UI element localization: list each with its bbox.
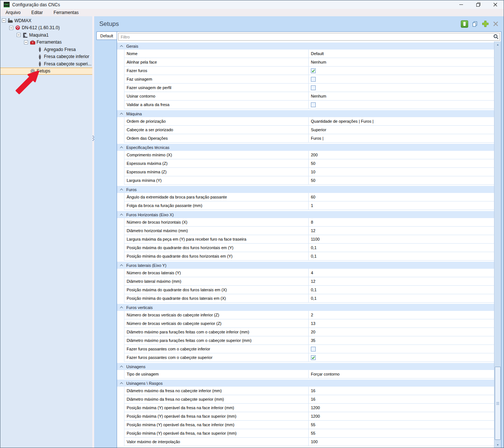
section-header-furos-laterais-eixo-y[interactable]: Furos laterais (Eixo Y): [117, 262, 494, 269]
scroll-up-button[interactable]: ▲: [494, 41, 501, 48]
row-value: 20: [309, 328, 494, 336]
row-value: 4: [309, 269, 494, 277]
grid-row-posi-o-m-nima-do-quadrante-dos-furos-laterais-em-x[interactable]: Posição mínima do quadrante dos furos la…: [124, 294, 494, 303]
grid-row-di-metro-m-ximo-para-fura-es-feitas-com-o-cabe-ote-inferior-mm[interactable]: Diâmetro máximo para furações feitas com…: [124, 328, 494, 336]
maximize-button[interactable]: [470, 0, 487, 9]
tree-item-ferramentas[interactable]: Ferramentas: [0, 39, 92, 46]
menu-ferramentas[interactable]: Ferramentas: [54, 10, 79, 15]
grid-row-cabe-ote-a-ser-priorizado[interactable]: Cabeçote a ser priorizadoSuperior: [124, 126, 494, 134]
checkbox-unchecked[interactable]: [311, 102, 316, 107]
grid-row-comprimento-m-nimo-x[interactable]: Comprimento mínimo (X)200: [124, 151, 494, 159]
collapse-expander-icon[interactable]: [9, 26, 13, 30]
section-header-furos[interactable]: Furos: [117, 186, 494, 193]
grid-row-usinar-contorno[interactable]: Usinar contornoNenhum: [124, 92, 494, 101]
grid-row-di-metro-m-ximo-da-fresa-no-cabe-ote-superior-mm[interactable]: Diâmetro máximo da fresa no cabeçote sup…: [124, 395, 494, 404]
row-label: Posição máxima (Y) operável da fresa na …: [124, 404, 309, 412]
grid-row-alinhar-pela-face[interactable]: Alinhar pela faceNenhum: [124, 58, 494, 67]
section-header-usinagens-rasgos[interactable]: Usinagens \ Rasgos: [117, 380, 494, 387]
close-button[interactable]: [487, 0, 504, 9]
copy-button[interactable]: [471, 20, 479, 28]
grid-row-largura-m-nima-y[interactable]: Largura mínima (Y)50: [124, 176, 494, 185]
grid-row-n-mero-de-brocas-verticais-do-cabe-ote-inferior-z[interactable]: Número de brocas verticais do cabeçote i…: [124, 311, 494, 319]
content-box: GeraisNomeDefaultAlinhar pela faceNenhum…: [117, 31, 501, 448]
grid-row-di-metro-m-ximo-para-fura-es-feitas-com-o-cabe-ote-superior-mm[interactable]: Diâmetro máximo para furações feitas com…: [124, 336, 494, 345]
minimize-button[interactable]: [453, 0, 470, 9]
row-value: 2: [309, 311, 494, 319]
grid-row-fazer-usinagem-de-perfil[interactable]: Fazer usinagem de perfil: [124, 84, 494, 92]
grid-row-posi-o-m-xima-do-quadrante-dos-furos-laterais-em-x[interactable]: Posição máxima do quadrante dos furos la…: [124, 286, 494, 294]
tree-item-wdmax[interactable]: WDMAX: [0, 17, 92, 24]
section-header-especifica-es-t-cnicas[interactable]: Especificações técnicas: [117, 144, 494, 151]
tree-item-maquina1[interactable]: Maquina1: [0, 31, 92, 39]
grid-row-n-mero-de-brocas-laterais-y[interactable]: Número de brocas laterais (Y)4: [124, 269, 494, 277]
value-text: 1: [311, 203, 313, 208]
tree-item-setups[interactable]: Setups: [0, 68, 92, 75]
section-header-gerais[interactable]: Gerais: [117, 43, 494, 50]
grid-row-n-mero-de-brocas-verticais-do-cabe-ote-superior-z[interactable]: Número de brocas verticais do cabeçote s…: [124, 319, 494, 328]
scroll-down-button[interactable]: ▼: [494, 442, 501, 448]
grid-row-posi-o-m-nima-y-oper-vel-da-fresa-na-face-inferior-mm[interactable]: Posição mínima (Y) operável da fresa, na…: [124, 421, 494, 429]
row-value: Furos |: [309, 134, 494, 142]
state-button[interactable]: [461, 20, 468, 28]
scrollbar-thumb[interactable]: [495, 367, 501, 440]
tree-item-dn-612-1-60-31-0[interactable]: DN-612 (1.60.31.0): [0, 24, 92, 32]
grid-row-di-metro-horizontal-m-ximo-mm[interactable]: Diâmetro horizontal máximo (mm)12: [124, 227, 494, 235]
checkbox-checked[interactable]: [311, 68, 316, 73]
close-panel-button[interactable]: [492, 20, 499, 28]
grid-row-di-metro-lateral-m-ximo-mm[interactable]: Diâmetro lateral máximo (mm)12: [124, 277, 494, 286]
grid-row-posi-o-m-xima-y-oper-vel-da-fresa-na-face-superior-mm[interactable]: Posição máxima (Y) operável da fresa na …: [124, 412, 494, 421]
section-header-furos-verticais[interactable]: Furos verticais: [117, 304, 494, 311]
filter-input[interactable]: [119, 35, 492, 39]
grid-row-fazer-furos-passantes-com-o-cabe-ote-inferior[interactable]: Fazer furos passantes com o cabeçote inf…: [124, 345, 494, 353]
row-value: 13: [309, 319, 494, 327]
collapse-expander-icon[interactable]: [17, 33, 21, 37]
grid-row-nome[interactable]: NomeDefault: [124, 50, 494, 58]
section-rows: Tipo de usinagemForçar contorno: [124, 370, 494, 379]
grid-row-fazer-furos-passantes-com-o-cabe-ote-superior[interactable]: Fazer furos passantes com o cabeçote sup…: [124, 353, 494, 362]
grid-row-folga-da-broca-na-fura-o-passante-mm[interactable]: Folga da broca na furação passante (mm)1: [124, 201, 494, 210]
grid-row-posi-o-m-xima-y-oper-vel-da-fresa-na-face-inferior-mm[interactable]: Posição máxima (Y) operável da fresa na …: [124, 404, 494, 412]
add-button[interactable]: [481, 20, 489, 28]
grid-row-espessura-m-xima-z[interactable]: Espessura máxima (Z)50: [124, 159, 494, 168]
vertical-scrollbar[interactable]: ▲ ▼: [494, 41, 501, 448]
menu-editar[interactable]: Editar: [31, 10, 43, 15]
section-header-usinagens[interactable]: Usinagens: [117, 363, 494, 370]
collapse-expander-icon[interactable]: [2, 18, 6, 23]
row-label: Posição mínima do quadrante dos furos ho…: [124, 252, 309, 260]
grid-row-posi-o-m-nima-do-quadrante-dos-furos-horizontais-em-y[interactable]: Posição mínima do quadrante dos furos ho…: [124, 252, 494, 261]
grid-row-valor-m-ximo-de-interpola-o[interactable]: Valor máximo de interpolação100: [124, 438, 494, 446]
grid-row-ngulo-da-extremidade-da-broca-para-fura-o-passante[interactable]: Ângulo da extremidade da broca para fura…: [124, 193, 494, 201]
close-icon: [493, 3, 497, 7]
collapse-expander-icon[interactable]: [24, 40, 28, 44]
grid-row-ordem-de-prioriza-o[interactable]: Ordem de priorizaçãoQuantidade de operaç…: [124, 117, 494, 126]
menu-arquivo[interactable]: Arquivo: [6, 10, 21, 15]
section-header-m-quina[interactable]: Máquina: [117, 110, 494, 117]
grid-row-ordem-das-opera-es[interactable]: Ordem das OperaçõesFuros |: [124, 134, 494, 143]
grid-row-validar-a-altura-da-fresa[interactable]: Validar a altura da fresa: [124, 101, 494, 109]
tree-item-label: Maquina1: [29, 33, 49, 38]
checkbox-unchecked[interactable]: [311, 85, 316, 90]
grid-row-largura-m-xima-da-pe-a-em-y-para-receber-furo-na-face-traseira[interactable]: Largura máxima da peça em (Y) para receb…: [124, 235, 494, 244]
grid-row-posi-o-m-nima-y-oper-vel-da-fresa-na-face-superior-mm[interactable]: Posição mínima (Y) operável da fresa, na…: [124, 429, 494, 438]
grid-row-tipo-de-usinagem[interactable]: Tipo de usinagemForçar contorno: [124, 370, 494, 379]
grid-row-faz-usinagem[interactable]: Faz usinagem: [124, 75, 494, 84]
tree-item-fresa-cabe-ote-superi[interactable]: Fresa cabeçote superi...: [0, 60, 92, 68]
row-value: 35: [309, 336, 494, 345]
grid-row-posi-o-m-xima-do-quadrante-dos-furos-horizontais-em-y[interactable]: Posição máxima do quadrante dos furos ho…: [124, 244, 494, 252]
section-header-furos-horizontais-eixo-x[interactable]: Furos Horizontais (Eixo X): [117, 211, 494, 218]
checkbox-checked[interactable]: [311, 355, 316, 360]
checkbox-unchecked[interactable]: [311, 347, 316, 352]
grid-row-n-mero-de-brocas-horizontais-x[interactable]: Número de brocas horizontais (X)8: [124, 218, 494, 227]
tree-item-fresa-cabe-ote-inferior[interactable]: Fresa cabeçote inferior: [0, 53, 92, 61]
grid-row-fazer-furos[interactable]: Fazer furos: [124, 67, 494, 75]
tab-default[interactable]: Default: [96, 31, 117, 40]
row-label: Número de brocas laterais (Y): [124, 269, 309, 277]
tree-item-agregado-fresa[interactable]: Agregado Fresa: [0, 46, 92, 53]
row-value: 100: [309, 438, 494, 446]
row-value: Default: [309, 50, 494, 58]
grid-row-espessura-m-nima-z[interactable]: Espessura mínima (Z)10: [124, 168, 494, 176]
value-text: 2: [311, 313, 313, 317]
grid-row-di-metro-m-ximo-da-fresa-no-cabe-ote-inferior-mm[interactable]: Diâmetro máximo da fresa no cabeçote inf…: [124, 387, 494, 395]
search-icon: [492, 34, 500, 40]
checkbox-unchecked[interactable]: [311, 77, 316, 82]
